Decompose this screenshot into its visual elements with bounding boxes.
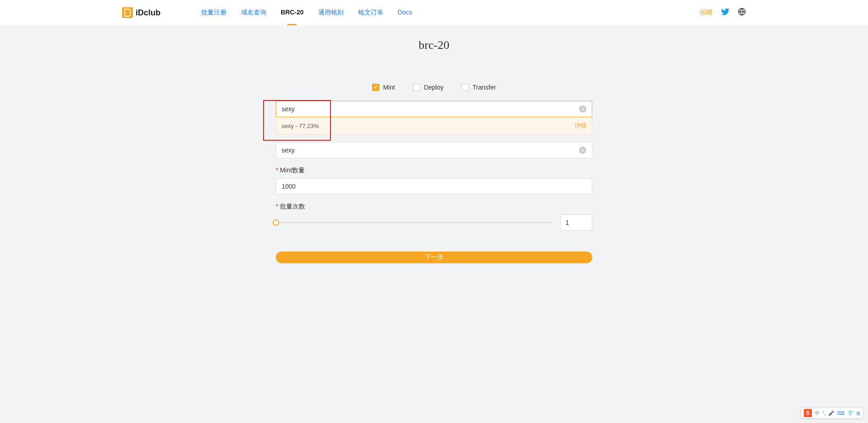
operation-checkboxes: Mint Deploy Transfer (276, 84, 592, 91)
batch-value-input[interactable]: 1 (561, 214, 592, 231)
logo-icon (122, 7, 133, 18)
mint-amount-label: Mint数量 (276, 166, 592, 175)
nav-brc20[interactable]: BRC-20 (281, 0, 304, 25)
checkbox-transfer-label: Transfer (472, 84, 496, 91)
checkbox-transfer[interactable]: Transfer (462, 84, 496, 91)
search-area: ✕ sexy - 77.23% 详情 (276, 101, 592, 135)
checkbox-mint-box (372, 84, 379, 91)
logo-text: iDclub (136, 8, 160, 18)
nav-general-inscribe[interactable]: 通用铭刻 (318, 0, 344, 25)
checkbox-deploy[interactable]: Deploy (413, 84, 444, 91)
nav-inscription-orders[interactable]: 铭文订单 (358, 0, 383, 25)
mint-amount-input[interactable] (282, 183, 586, 190)
checkbox-transfer-box (462, 84, 469, 91)
nav-batch-register[interactable]: 批量注册 (201, 0, 226, 25)
header: iDclub 批量注册 域名查询 BRC-20 通用铭刻 铭文订单 Docs 捐… (0, 0, 868, 26)
mint-amount-wrapper (276, 178, 592, 195)
main-nav: 批量注册 域名查询 BRC-20 通用铭刻 铭文订单 Docs (201, 0, 700, 25)
suggestion-detail-link[interactable]: 详情 (575, 122, 586, 130)
checkbox-mint[interactable]: Mint (372, 84, 395, 91)
next-step-button[interactable]: 下一步 (276, 252, 592, 263)
page-title: brc-20 (276, 38, 592, 52)
suggestion-text: sexy - 77.23% (282, 123, 319, 129)
batch-slider[interactable] (276, 222, 552, 223)
checkbox-deploy-label: Deploy (424, 84, 444, 91)
donate-link[interactable]: 捐赠 (700, 9, 712, 17)
main-content: brc-20 Mint Deploy Transfer ✕ sexy - 77.… (276, 26, 592, 276)
checkbox-deploy-box (413, 84, 420, 91)
globe-icon[interactable] (738, 8, 746, 18)
search-suggestion[interactable]: sexy - 77.23% 详情 (276, 117, 592, 135)
clear-token-icon[interactable]: ✕ (579, 147, 586, 154)
checkbox-mint-label: Mint (383, 84, 395, 91)
batch-slider-handle[interactable] (273, 219, 279, 226)
logo[interactable]: iDclub (122, 7, 160, 18)
batch-slider-row: 1 (276, 214, 592, 231)
header-right: 捐赠 (700, 7, 746, 18)
token-input[interactable] (282, 147, 579, 154)
nav-domain-query[interactable]: 域名查询 (241, 0, 266, 25)
search-input[interactable] (282, 105, 579, 113)
token-input-wrapper: ✕ (276, 142, 592, 158)
search-input-wrapper: ✕ (276, 101, 592, 117)
twitter-icon[interactable] (721, 7, 730, 18)
clear-search-icon[interactable]: ✕ (579, 105, 586, 113)
nav-docs[interactable]: Docs (398, 0, 412, 25)
batch-count-label: 批量次数 (276, 203, 592, 211)
